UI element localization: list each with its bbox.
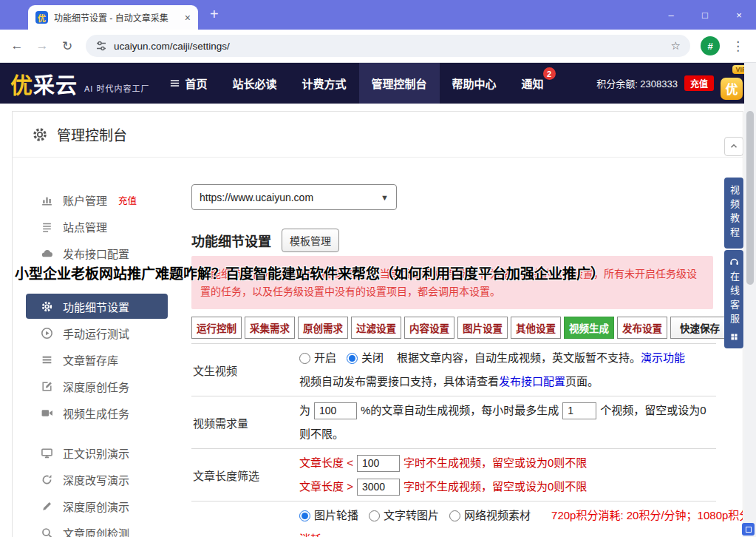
monitor-icon — [41, 447, 53, 459]
tab-video-generation[interactable]: 视频生成 — [564, 317, 614, 339]
nav-item-must-read[interactable]: 站长必读 — [219, 63, 289, 104]
edit-square-icon — [41, 380, 53, 393]
video-tutorial-button[interactable]: 视频教程 — [724, 178, 743, 249]
sidebar-label: 功能细节设置 — [63, 299, 129, 314]
sidebar-label: 站点管理 — [63, 219, 107, 234]
radio-text-to-image-input[interactable] — [369, 510, 380, 521]
radio-on-input[interactable] — [299, 353, 310, 364]
sidebar-item-body-recognition-demo[interactable]: 正文识别演示 — [26, 440, 168, 465]
browser-menu-icon[interactable]: ⋮ — [726, 38, 750, 54]
sidebar-item-originality-check[interactable]: 文章原创检测 — [26, 520, 168, 537]
bar-chart-icon — [41, 194, 53, 206]
radio-off[interactable]: 关闭 — [347, 346, 384, 370]
list-icon — [41, 220, 53, 233]
logo-tagline: AI 时代内容工厂 — [84, 82, 149, 94]
points-cost-text-2: 消耗: — [299, 527, 324, 537]
publish-api-link[interactable]: 发布接口配置 — [499, 370, 565, 394]
window-minimize-button[interactable]: – — [654, 0, 688, 30]
video-camera-icon — [41, 407, 53, 419]
sidebar-item-account[interactable]: 账户管理 充值 — [26, 187, 168, 212]
site-select-value: https://www.ucaiyun.com — [200, 192, 313, 203]
browser-tab[interactable]: 优 功能细节设置 - 自动文章采集 × — [28, 5, 198, 30]
sidebar-label: 深度改写演示 — [63, 472, 129, 487]
site-logo[interactable]: 优 采云 AI 时代内容工厂 — [0, 67, 157, 100]
new-tab-button[interactable]: + — [210, 6, 219, 23]
tab-run-control[interactable]: 运行控制 — [191, 317, 242, 339]
back-button[interactable]: ← — [6, 35, 28, 57]
sidebar-item-video-task[interactable]: 视频生成任务 — [26, 400, 168, 425]
site-select[interactable]: https://www.ucaiyun.com ▼ — [191, 184, 397, 210]
radio-on-label: 开启 — [314, 346, 336, 370]
page-header: 管理控制台 — [13, 112, 743, 158]
tab-collect-needs[interactable]: 采集需求 — [245, 317, 295, 339]
browser-titlebar: 优 功能细节设置 - 自动文章采集 × + – □ × — [0, 0, 756, 30]
recharge-button[interactable]: 充值 — [684, 75, 714, 91]
sidebar-label: 发布接口配置 — [63, 246, 129, 261]
site-settings-icon[interactable] — [95, 40, 107, 52]
row-desc2a: 视频自动发布需要接口支持，具体请查看 — [299, 370, 499, 394]
vip-widget[interactable]: VIP 优 — [721, 67, 747, 101]
radio-text-to-image[interactable]: 文字转图片 — [369, 504, 439, 527]
quick-save-button[interactable]: 快速保存 — [670, 317, 729, 339]
window-maximize-button[interactable]: □ — [688, 0, 722, 30]
length-max-suffix: 字时不生成视频，留空或设为0则不限 — [403, 475, 587, 499]
tab-publish[interactable]: 发布设置 — [617, 317, 667, 339]
sidebar-label: 深度原创演示 — [63, 499, 129, 514]
tab-content[interactable]: 内容设置 — [404, 317, 454, 339]
tab-other[interactable]: 其他设置 — [511, 317, 561, 339]
bookmark-star-icon[interactable]: ☆ — [671, 39, 681, 53]
radio-image-carousel[interactable]: 图片轮播 — [299, 504, 358, 527]
row-label: 文章长度筛选 — [191, 467, 299, 483]
tab-original-needs[interactable]: 原创需求 — [298, 317, 348, 339]
video-percent-input[interactable] — [314, 402, 357, 419]
sidebar-label: 视频生成任务 — [63, 405, 129, 421]
sidebar-item-rewrite-demo[interactable]: 深度改写演示 — [26, 467, 168, 492]
sidebar-item-manual-test[interactable]: 手动运行测试 — [26, 320, 168, 345]
refresh-button[interactable]: ↻ — [56, 35, 78, 57]
videos-per-hour-input[interactable] — [562, 402, 596, 419]
max-length-input[interactable] — [357, 479, 400, 496]
scrollbar-thumb[interactable] — [746, 111, 754, 285]
form-row-video-source: 图片轮播 文字转图片 网络视频素材 720p积分消耗: 20积分/分钟；1080… — [191, 501, 716, 537]
settings-main: https://www.ucaiyun.com ▼ 功能细节设置 模板管理 功能… — [180, 158, 743, 537]
profile-avatar[interactable]: # — [701, 36, 720, 55]
sidebar-recharge-tag[interactable]: 充值 — [118, 193, 137, 207]
tab-image[interactable]: 图片设置 — [457, 317, 508, 339]
points-balance: 积分余额: 2308333 — [596, 76, 678, 90]
nav-item-billing[interactable]: 计费方式 — [290, 63, 359, 104]
radio-web-video-input[interactable] — [449, 510, 460, 521]
forward-button[interactable]: → — [31, 35, 53, 57]
nav-label: 站长必读 — [232, 75, 276, 91]
back-to-top-button[interactable] — [724, 137, 743, 156]
length-min-suffix: 字时不生成视频，留空或设为0则不限 — [403, 451, 587, 475]
nav-item-help[interactable]: 帮助中心 — [440, 63, 509, 104]
page-scrollbar[interactable] — [744, 63, 756, 537]
browser-toolbar: ← → ↻ ucaiyun.com/caiji/settings/ ☆ # ⋮ — [0, 30, 756, 63]
nav-item-console[interactable]: 管理控制台 — [359, 63, 440, 104]
chevron-down-icon: ▼ — [381, 193, 389, 202]
sidebar-item-settings[interactable]: 功能细节设置 — [26, 294, 168, 319]
radio-web-video[interactable]: 网络视频素材 — [449, 504, 531, 527]
sidebar-item-original-demo[interactable]: 深度原创演示 — [26, 493, 168, 519]
form-row-length-filter: 文章长度筛选 文章长度 < 字时不生成视频，留空或设为0则不限 文章长度 > 字… — [191, 449, 716, 501]
content-card: 管理控制台 账户管理 充值 站点管理 发布接口配置 功能细节设置 — [12, 111, 743, 537]
tab-filter[interactable]: 过滤设置 — [351, 317, 401, 339]
sidebar-item-article-store[interactable]: 文章暂存库 — [26, 347, 168, 372]
radio-on[interactable]: 开启 — [299, 346, 336, 370]
radio-off-input[interactable] — [347, 353, 358, 364]
demo-feature-link[interactable]: 演示功能 — [641, 346, 685, 370]
sidebar-item-sites[interactable]: 站点管理 — [26, 214, 168, 239]
template-manage-button[interactable]: 模板管理 — [282, 229, 339, 252]
nav-item-home[interactable]: 首页 — [157, 63, 219, 104]
radio-image-carousel-input[interactable] — [299, 510, 310, 521]
tab-close-icon[interactable]: × — [185, 12, 191, 24]
address-bar[interactable]: ucaiyun.com/caiji/settings/ ☆ — [86, 35, 690, 57]
nav-item-notifications[interactable]: 通知 2 — [509, 63, 556, 104]
window-close-button[interactable]: × — [722, 0, 756, 30]
chat-widget-mini-icon[interactable] — [742, 523, 755, 536]
sidebar-item-publish-api[interactable]: 发布接口配置 — [26, 240, 168, 266]
vip-logo-icon: 优 — [721, 78, 743, 100]
online-service-button[interactable]: 在线客服 — [724, 250, 743, 348]
min-length-input[interactable] — [357, 455, 400, 472]
sidebar-item-deep-original-task[interactable]: 深度原创任务 — [26, 374, 168, 399]
